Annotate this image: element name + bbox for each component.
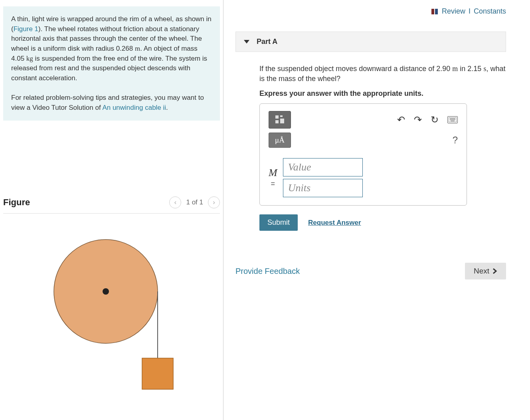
submit-row: Submit Request Answer — [259, 214, 506, 231]
answer-box: ↶ ↷ ↻ μÅ ? M = — [259, 103, 467, 206]
provide-feedback-link[interactable]: Provide Feedback — [235, 267, 300, 276]
question-text: If the suspended object moves downward a… — [259, 64, 506, 84]
part-a-body: If the suspended object moves downward a… — [235, 52, 506, 231]
footer-row: Provide Feedback Next — [235, 263, 506, 279]
figure-nav: ‹ 1 of 1 › — [169, 196, 220, 208]
submit-button[interactable]: Submit — [259, 214, 298, 231]
reset-button[interactable]: ↻ — [431, 114, 439, 125]
hint-text: . — [166, 104, 168, 111]
review-link[interactable]: Review — [442, 7, 465, 16]
svg-rect-5 — [435, 9, 438, 14]
problem-text: is suspended from the free end of the wi… — [11, 55, 207, 82]
units-input[interactable] — [283, 179, 363, 197]
figure-canvas — [3, 226, 220, 397]
figure-counter: 1 of 1 — [186, 198, 203, 206]
svg-rect-7 — [280, 115, 283, 117]
figure-header: Figure ‹ 1 of 1 › — [3, 196, 220, 214]
problem-statement: A thin, light wire is wrapped around the… — [3, 6, 220, 121]
variable-label: M — [269, 168, 277, 178]
value-input[interactable] — [283, 158, 363, 176]
figure-diagram — [40, 226, 184, 397]
svg-rect-9 — [280, 119, 284, 123]
templates-button[interactable] — [269, 111, 291, 129]
answer-instruction: Express your answer with the appropriate… — [259, 89, 506, 98]
equals-label: = — [269, 180, 277, 188]
figure-next-button[interactable]: › — [208, 196, 220, 208]
book-icon — [431, 8, 439, 15]
figure-prev-button[interactable]: ‹ — [169, 196, 181, 208]
keyboard-icon[interactable] — [447, 116, 458, 123]
unit: m — [452, 65, 458, 73]
video-tutor-link[interactable]: An unwinding cable ii — [102, 104, 166, 111]
figure-link[interactable]: Figure 1 — [14, 25, 38, 33]
unit: kg — [26, 55, 33, 62]
separator: I — [469, 7, 471, 16]
special-chars-button[interactable]: μÅ — [269, 133, 291, 148]
svg-rect-4 — [431, 9, 434, 14]
svg-rect-3 — [142, 358, 173, 389]
request-answer-link[interactable]: Request Answer — [308, 219, 361, 227]
q-text: If the suspended object moves downward a… — [259, 65, 452, 73]
constants-link[interactable]: Constants — [474, 7, 506, 16]
answer-toolbar: ↶ ↷ ↻ — [269, 111, 458, 129]
part-a-title: Part A — [257, 38, 277, 46]
unit: m — [135, 45, 140, 52]
right-panel: Review I Constants Part A If the suspend… — [223, 0, 530, 420]
help-button[interactable]: ? — [453, 135, 458, 146]
next-label: Next — [474, 267, 489, 275]
caret-down-icon — [244, 40, 249, 44]
undo-button[interactable]: ↶ — [397, 114, 405, 125]
part-a-header[interactable]: Part A — [235, 32, 506, 52]
next-button[interactable]: Next — [465, 263, 506, 279]
top-links: Review I Constants — [235, 3, 506, 32]
svg-rect-8 — [275, 120, 279, 123]
chevron-right-icon — [492, 268, 497, 274]
redo-button[interactable]: ↷ — [414, 114, 422, 125]
svg-rect-6 — [275, 115, 279, 119]
q-text: in 2.15 — [458, 65, 483, 73]
svg-point-1 — [103, 288, 109, 295]
input-row: M = — [269, 158, 458, 197]
figure-title: Figure — [3, 197, 30, 208]
left-panel: A thin, light wire is wrapped around the… — [0, 0, 223, 420]
